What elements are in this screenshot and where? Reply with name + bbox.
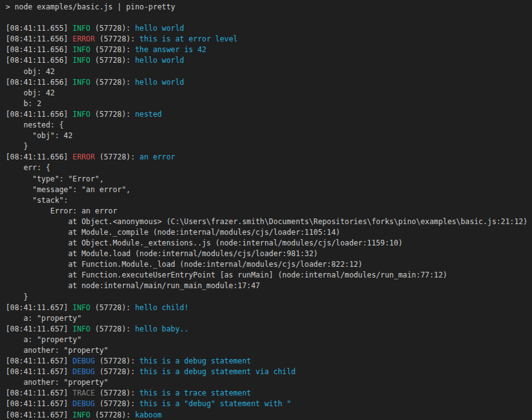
terminal-text-segment: INFO [73, 78, 90, 87]
terminal-line: [08:41:11.657] DEBUG (57728): this is a … [6, 367, 532, 377]
terminal-line: at Function.Module._load (node:internal/… [6, 259, 532, 270]
terminal-text-segment: (57728): [90, 78, 135, 87]
terminal-text-segment: kaboom [135, 411, 162, 419]
terminal-text-segment: another: "property" [6, 346, 108, 355]
terminal-text-segment: [08:41:11.657] [6, 367, 73, 376]
terminal-line: } [6, 292, 532, 303]
terminal-text-segment: hello world [135, 78, 184, 87]
terminal-line: "type": "Error", [6, 174, 532, 185]
terminal-line: Error: an error [6, 206, 532, 217]
terminal-line: [08:41:11.656] INFO (57728): the answer … [6, 45, 532, 55]
terminal-text-segment: > node examples/basic.js | pino-pretty [6, 3, 175, 11]
terminal-line: [08:41:11.657] TRACE (57728): this is a … [6, 388, 532, 399]
terminal-line: err: { [6, 163, 532, 173]
terminal-text-segment: [08:41:11.656] [6, 35, 73, 43]
terminal-text-segment: [08:41:11.655] [6, 24, 73, 33]
terminal-text-segment: this is a trace statement [139, 389, 251, 397]
terminal-text-segment: INFO [73, 325, 90, 333]
terminal-text-segment: hello child! [135, 303, 188, 312]
terminal-line: a: "property" [6, 313, 532, 324]
terminal-text-segment: (57728): [90, 24, 135, 33]
terminal-text-segment: [08:41:11.657] [6, 357, 73, 365]
terminal-line: nested: { [6, 120, 532, 131]
terminal-output[interactable]: > node examples/basic.js | pino-pretty [… [0, 0, 532, 420]
terminal-line: [08:41:11.657] INFO (57728): kaboom [6, 410, 532, 420]
terminal-text-segment: (57728): [90, 325, 135, 333]
terminal-text-segment: (57728): [95, 357, 139, 365]
terminal-text-segment: INFO [73, 110, 90, 119]
terminal-text-segment: INFO [73, 24, 90, 33]
terminal-text-segment: INFO [73, 303, 90, 312]
terminal-line: at Module.load (node:internal/modules/cj… [6, 249, 532, 259]
terminal-text-segment: obj: 42 [6, 67, 55, 76]
terminal-text-segment: this is at error level [139, 35, 237, 43]
terminal-text-segment: (57728): [90, 110, 135, 119]
terminal-text-segment: hello world [135, 24, 184, 33]
terminal-text-segment: [08:41:11.656] [6, 153, 73, 161]
terminal-line: [08:41:11.657] INFO (57728): hello baby.… [6, 324, 532, 335]
terminal-text-segment: [08:41:11.657] [6, 303, 73, 312]
terminal-text-segment: hello baby.. [135, 325, 188, 333]
terminal-text-segment: (57728): [95, 399, 139, 408]
terminal-line: another: "property" [6, 377, 532, 388]
terminal-line: at node:internal/main/run_main_module:17… [6, 281, 532, 291]
terminal-line: [08:41:11.657] INFO (57728): hello child… [6, 303, 532, 313]
terminal-line: [08:41:11.656] INFO (57728): hello world [6, 55, 532, 66]
terminal-line: "obj": 42 [6, 131, 532, 141]
terminal-text-segment: a: "property" [6, 314, 82, 323]
terminal-line: "stack": [6, 195, 532, 206]
terminal-text-segment: at Module._compile (node:internal/module… [6, 228, 340, 237]
terminal-text-segment: "type": "Error", [6, 175, 104, 183]
terminal-text-segment: [08:41:11.656] [6, 56, 73, 65]
terminal-text-segment: [08:41:11.657] [6, 411, 73, 419]
terminal-text-segment: "message": "an error", [6, 185, 131, 194]
terminal-text-segment: } [6, 293, 28, 301]
terminal-text-segment: "obj": 42 [6, 131, 73, 140]
terminal-text-segment: the answer is 42 [135, 45, 207, 54]
terminal-line: "message": "an error", [6, 185, 532, 195]
terminal-text-segment: this is a debug statement [139, 357, 251, 365]
terminal-text-segment: ERROR [73, 153, 95, 161]
terminal-text-segment: [08:41:11.656] [6, 110, 73, 119]
terminal-text-segment: at Function.executeUserEntryPoint [as ru… [6, 271, 447, 279]
terminal-line: b: 2 [6, 99, 532, 109]
terminal-text-segment: DEBUG [73, 357, 95, 365]
terminal-text-segment: (57728): [90, 56, 135, 65]
terminal-text-segment: (57728): [90, 45, 135, 54]
terminal-text-segment: [08:41:11.656] [6, 45, 73, 54]
terminal-text-segment: [08:41:11.656] [6, 78, 73, 87]
terminal-text-segment: INFO [73, 411, 90, 419]
terminal-text-segment: nested: { [6, 121, 63, 129]
terminal-text-segment: at Module.load (node:internal/modules/cj… [6, 249, 318, 258]
terminal-text-segment: DEBUG [73, 367, 95, 376]
terminal-text-segment: Error: an error [6, 207, 117, 215]
terminal-text-segment: b: 2 [6, 99, 41, 108]
terminal-text-segment: obj: 42 [6, 89, 55, 97]
terminal-text-segment: at Function.Module._load (node:internal/… [6, 260, 362, 269]
terminal-line: a: "property" [6, 335, 532, 345]
terminal-text-segment: this is a debug statement via child [139, 367, 296, 376]
terminal-line [6, 13, 532, 23]
terminal-text-segment: [08:41:11.657] [6, 325, 73, 333]
terminal-line: obj: 42 [6, 67, 532, 77]
terminal-line: [08:41:11.655] INFO (57728): hello world [6, 23, 532, 34]
terminal-text-segment: hello world [135, 56, 184, 65]
terminal-line: } [6, 141, 532, 152]
terminal-line: at Object.<anonymous> (C:\Users\frazer.s… [6, 217, 532, 227]
terminal-line: [08:41:11.656] INFO (57728): hello world [6, 77, 532, 88]
terminal-text-segment: (57728): [90, 303, 135, 312]
terminal-text-segment: INFO [73, 56, 90, 65]
terminal-text-segment: (57728): [95, 389, 139, 397]
terminal-text-segment: (57728): [95, 153, 139, 161]
terminal-line: [08:41:11.656] ERROR (57728): this is at… [6, 34, 532, 45]
terminal-text-segment: err: { [6, 163, 50, 172]
terminal-text-segment: DEBUG [73, 399, 95, 408]
terminal-text-segment: at Object.Module._extensions..js (node:i… [6, 239, 403, 247]
terminal-line: another: "property" [6, 345, 532, 356]
terminal-text-segment: a: "property" [6, 335, 82, 344]
terminal-line: at Function.executeUserEntryPoint [as ru… [6, 270, 532, 281]
terminal-line: [08:41:11.657] DEBUG (57728): this is a … [6, 399, 532, 409]
terminal-text-segment: "stack": [6, 196, 68, 205]
terminal-text-segment: [08:41:11.657] [6, 389, 73, 397]
terminal-line: [08:41:11.656] ERROR (57728): an error [6, 152, 532, 163]
